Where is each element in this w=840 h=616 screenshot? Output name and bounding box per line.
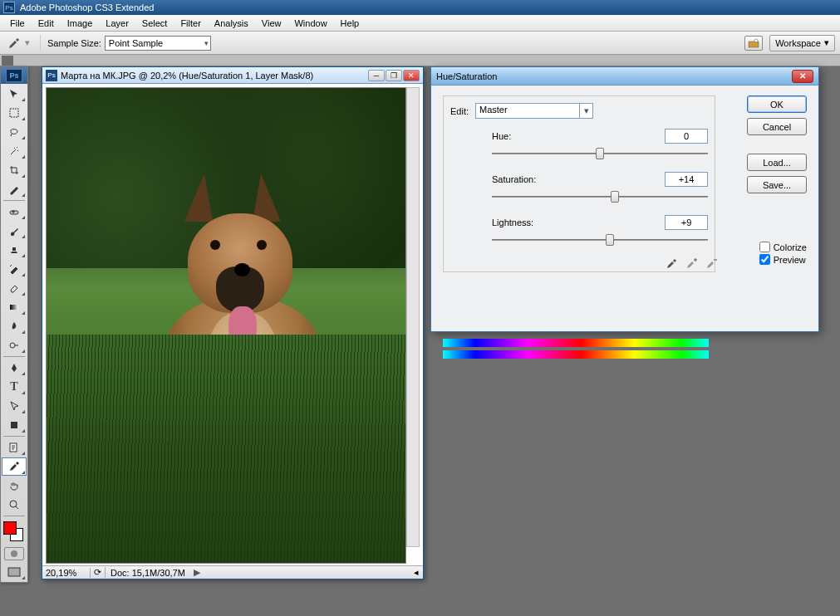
document-title: Марта на МК.JPG @ 20,2% (Hue/Saturation … — [61, 71, 313, 81]
load-button[interactable]: Load... — [747, 154, 807, 171]
gradient-tool[interactable] — [2, 298, 27, 316]
chevron-down-icon: ▾ — [824, 37, 829, 48]
preview-label: Preview — [774, 255, 806, 265]
menu-analysis[interactable]: Analysis — [208, 17, 255, 30]
svg-rect-6 — [11, 422, 17, 428]
pen-tool[interactable] — [2, 359, 27, 377]
eyedropper-tool[interactable] — [2, 457, 27, 476]
vertical-scrollbar[interactable] — [406, 87, 420, 547]
brush-tool[interactable] — [2, 222, 27, 240]
eyedropper-tool-icon[interactable] — [5, 35, 23, 51]
document-titlebar[interactable]: Ps Марта на МК.JPG @ 20,2% (Hue/Saturati… — [42, 67, 423, 84]
lightness-slider[interactable] — [492, 233, 708, 247]
toolbox-header[interactable]: Ps — [1, 67, 27, 84]
healing-brush-tool[interactable] — [2, 203, 27, 221]
menu-help[interactable]: Help — [334, 17, 366, 30]
saturation-label: Saturation: — [492, 174, 583, 184]
hue-label: Hue: — [492, 131, 583, 141]
marquee-tool[interactable] — [2, 104, 27, 122]
dialog-title: Hue/Saturation — [436, 71, 497, 81]
hand-tool[interactable] — [2, 477, 27, 495]
refresh-icon[interactable]: ⟳ — [91, 567, 106, 578]
options-bar: ▾ Sample Size: Point Sample ▾ Workspace … — [0, 32, 840, 55]
svg-rect-4 — [10, 305, 18, 310]
type-tool[interactable]: T — [2, 378, 27, 396]
minimize-button[interactable]: ─ — [368, 70, 385, 81]
crop-tool[interactable] — [2, 161, 27, 179]
ps-logo-icon: Ps — [6, 69, 22, 82]
zoom-tool[interactable] — [2, 496, 27, 514]
menu-view[interactable]: View — [255, 17, 288, 30]
dialog-titlebar[interactable]: Hue/Saturation ✕ — [431, 67, 818, 86]
maximize-button[interactable]: ❐ — [386, 70, 402, 81]
dodge-tool[interactable] — [2, 336, 27, 354]
slice-tool[interactable] — [2, 180, 27, 198]
path-selection-tool[interactable] — [2, 397, 27, 415]
canvas[interactable] — [46, 87, 406, 564]
move-tool[interactable] — [2, 85, 27, 103]
menubar: File Edit Image Layer Select Filter Anal… — [0, 15, 840, 32]
svg-rect-0 — [749, 42, 759, 47]
bridge-icon[interactable] — [744, 36, 763, 51]
lightness-input[interactable] — [665, 215, 708, 230]
eyedropper-minus-icon[interactable] — [704, 257, 719, 271]
menu-edit[interactable]: Edit — [32, 17, 61, 30]
menu-filter[interactable]: Filter — [174, 17, 207, 30]
menu-layer[interactable]: Layer — [99, 17, 135, 30]
close-button[interactable]: ✕ — [403, 70, 420, 81]
svg-point-1 — [754, 39, 758, 42]
blur-tool[interactable] — [2, 317, 27, 335]
shape-tool[interactable] — [2, 416, 27, 434]
quick-mask-toggle[interactable] — [4, 547, 24, 560]
hue-gradient-after — [443, 350, 709, 359]
eyedropper-plus-icon[interactable] — [684, 257, 699, 271]
colorize-checkbox[interactable]: Colorize — [759, 242, 807, 252]
hue-saturation-dialog: Hue/Saturation ✕ Edit: Master ▾ Hue: — [430, 66, 819, 332]
history-brush-tool[interactable] — [2, 260, 27, 278]
foreground-color-swatch[interactable] — [3, 521, 17, 535]
zoom-field[interactable]: 20,19% — [42, 568, 91, 578]
notes-tool[interactable] — [2, 438, 27, 457]
sample-size-value: Point Sample — [109, 38, 163, 48]
document-statusbar: 20,19% ⟳ Doc: 15,1M/30,7M ▶ ◂ — [42, 565, 423, 579]
cancel-button[interactable]: Cancel — [747, 118, 807, 135]
svg-rect-9 — [8, 568, 20, 576]
saturation-input[interactable] — [665, 172, 708, 187]
menu-image[interactable]: Image — [61, 17, 100, 30]
menu-select[interactable]: Select — [135, 17, 174, 30]
workspace-menu[interactable]: Workspace ▾ — [769, 35, 835, 51]
saturation-slider[interactable] — [492, 190, 708, 203]
statusbar-menu-icon[interactable]: ▶ — [190, 567, 204, 578]
dialog-close-button[interactable]: ✕ — [792, 70, 813, 83]
panel-tab[interactable] — [2, 56, 13, 66]
hue-slider[interactable] — [492, 147, 708, 160]
hue-gradient-before — [443, 339, 709, 347]
color-swatches[interactable] — [1, 518, 27, 545]
preview-checkbox[interactable]: Preview — [759, 254, 807, 265]
menu-file[interactable]: File — [3, 17, 32, 30]
ok-button[interactable]: OK — [747, 95, 807, 113]
screen-mode[interactable] — [2, 563, 27, 581]
eraser-tool[interactable] — [2, 279, 27, 297]
hue-input[interactable] — [665, 129, 708, 144]
svg-rect-2 — [10, 109, 18, 117]
sample-size-label: Sample Size: — [47, 38, 101, 48]
lasso-tool[interactable] — [2, 123, 27, 141]
photoshop-icon: Ps — [3, 2, 15, 13]
svg-point-5 — [10, 343, 15, 348]
menu-window[interactable]: Window — [287, 17, 333, 30]
eyedropper-icon[interactable] — [664, 257, 679, 271]
save-button[interactable]: Save... — [747, 176, 807, 193]
doc-size-label: Doc: 15,1M/30,7M — [106, 568, 190, 578]
edit-label: Edit: — [450, 106, 469, 116]
clone-stamp-tool[interactable] — [2, 241, 27, 259]
document-window: Ps Марта на МК.JPG @ 20,2% (Hue/Saturati… — [42, 66, 424, 579]
magic-wand-tool[interactable] — [2, 142, 27, 160]
sample-size-dropdown[interactable]: Point Sample ▾ — [105, 36, 211, 51]
colorize-label: Colorize — [774, 242, 807, 252]
chevron-down-icon: ▾ — [204, 39, 209, 47]
workspace-label: Workspace — [775, 38, 821, 48]
main-workspace: Ps T Ps — [0, 66, 840, 616]
toolbox: Ps T — [0, 66, 28, 583]
edit-channel-dropdown[interactable]: Master ▾ — [475, 103, 593, 119]
